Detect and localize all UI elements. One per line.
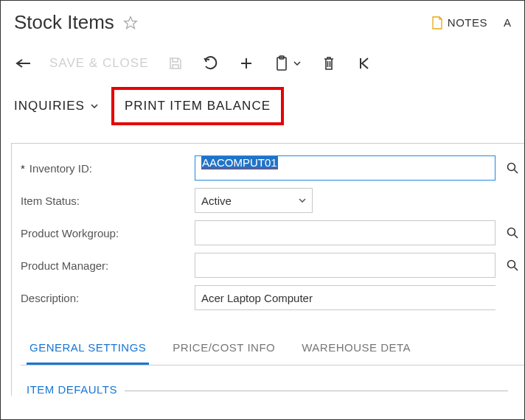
form-panel: * Inventory ID: AACOMPUT01 Item Status: …	[11, 143, 524, 396]
svg-marker-0	[124, 16, 136, 28]
description-field[interactable]	[195, 285, 496, 310]
notes-button[interactable]: NOTES	[431, 16, 487, 29]
save-close-button: SAVE & CLOSE	[49, 56, 149, 71]
product-manager-label: Product Manager:	[21, 259, 195, 272]
tab-general-settings[interactable]: GENERAL SETTINGS	[27, 335, 149, 365]
favorite-star-icon[interactable]	[123, 15, 138, 30]
first-record-button[interactable]	[355, 55, 373, 72]
description-label: Description:	[21, 292, 195, 304]
clipboard-dropdown-icon[interactable]	[292, 55, 302, 72]
clipboard-button[interactable]	[273, 55, 291, 72]
required-star-icon: *	[21, 162, 25, 175]
notes-label: NOTES	[448, 16, 487, 29]
tab-warehouse-details[interactable]: WAREHOUSE DETA	[299, 335, 414, 365]
save-icon	[167, 55, 184, 72]
print-item-balance-button[interactable]: PRINT ITEM BALANCE	[111, 87, 284, 125]
inventory-id-value: AACOMPUT01	[201, 156, 278, 169]
tab-bar: GENERAL SETTINGS PRICE/COST INFO WAREHOU…	[21, 318, 524, 365]
search-icon[interactable]	[507, 162, 518, 174]
inventory-id-label: * Inventory ID:	[21, 162, 195, 175]
svg-point-5	[508, 261, 515, 268]
product-workgroup-field[interactable]	[195, 220, 496, 245]
item-status-dropdown[interactable]: Active	[195, 188, 313, 213]
tab-price-cost-info[interactable]: PRICE/COST INFO	[170, 335, 278, 365]
header-cutoff-text: A	[504, 16, 511, 29]
item-status-value: Active	[201, 195, 232, 207]
inquiries-label: INQUIRIES	[14, 99, 85, 113]
notes-icon	[431, 16, 443, 29]
search-icon[interactable]	[507, 227, 518, 239]
delete-button[interactable]	[320, 55, 338, 72]
product-manager-field[interactable]	[195, 253, 496, 278]
back-button[interactable]	[14, 55, 32, 72]
inquiries-menu[interactable]: INQUIRIES	[14, 99, 98, 113]
chevron-down-icon	[91, 104, 98, 108]
add-button[interactable]	[237, 55, 255, 72]
svg-point-3	[508, 164, 515, 171]
item-status-label: Item Status:	[21, 195, 195, 207]
chevron-down-icon	[299, 198, 306, 203]
undo-button[interactable]	[202, 55, 220, 72]
item-defaults-section: ITEM DEFAULTS	[27, 383, 524, 396]
page-title: Stock Items	[14, 11, 114, 34]
search-icon[interactable]	[507, 259, 518, 271]
inventory-id-field[interactable]: AACOMPUT01	[195, 155, 496, 181]
product-workgroup-label: Product Workgroup:	[21, 227, 195, 239]
svg-point-4	[508, 228, 515, 236]
